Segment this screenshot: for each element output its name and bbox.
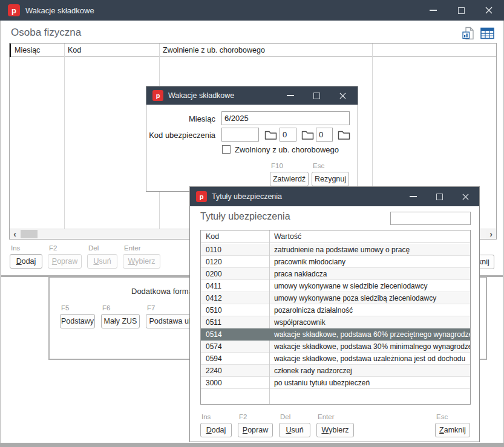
maximize-icon [436,194,443,200]
edit-dialog-titlebar: p Wakacje składkowe [146,86,358,105]
row-code: 0594 [201,354,269,363]
row-code: 0200 [201,270,269,278]
row-value: wakacje składkowe, podstawa 60% przecięt… [269,330,470,339]
edit-dialog-action-bar: F10ZatwierdźEscRezygnuj [270,162,349,186]
dodaj-button[interactable]: Dodaj [200,423,232,437]
zamknij-button[interactable]: Zamknij [435,423,470,437]
action-group: F2Popraw [48,244,82,269]
report-icon [462,27,475,40]
action-group: F10Zatwierdź [270,162,309,186]
table-header-row [201,230,470,243]
shortcut-key-label: Esc [312,162,349,170]
app-logo-icon: p [8,4,20,16]
report-button[interactable] [460,26,476,41]
shortcut-key-label: F6 [101,304,140,312]
close-icon [339,93,346,99]
scrollbar-thumb[interactable] [21,230,38,238]
shortcut-key-label: Enter [316,413,354,421]
table-row-selected[interactable]: 0514wakacje składkowe, podstawa 60% prze… [201,328,470,341]
month-field-label: Miesiąc [146,114,215,123]
row-value: członek rady nadzorczej [269,367,470,375]
row-code: 0514 [201,330,269,339]
scroll-left-arrow-icon[interactable]: ‹ [10,229,20,239]
table-row[interactable]: 3000po ustaniu tytułu ubezpieczeń [201,377,470,389]
window-title: Wakacje składkowe [25,6,94,15]
close-button[interactable] [459,190,472,203]
popraw-button[interactable]: Popraw [238,423,273,437]
action-group: EscRezygnuj [312,162,349,186]
wybierz-button[interactable]: Wybierz [316,423,354,437]
shortcut-key-label: Ins [200,413,232,421]
minimize-button[interactable] [284,89,297,102]
zatwierdź-button[interactable]: Zatwierdź [270,172,309,186]
rezygnuj-button[interactable]: Rezygnuj [312,172,349,186]
table-row[interactable]: 0110zatrudnienie na podstawie umowy o pr… [201,244,470,256]
scroll-right-arrow-icon[interactable]: › [486,229,496,239]
maximize-icon [313,93,320,99]
close-button[interactable] [482,4,496,17]
insurance-titles-dialog: p Tytuły ubezpieczenia Tytuły ubezpiecze… [189,186,480,442]
month-input[interactable] [221,111,350,125]
shortcut-key-label: Enter [123,244,160,252]
action-group: EnterWybierz [316,413,354,437]
action-group: DelUsuń [87,244,117,269]
folder-icon [301,129,314,140]
titles-dialog-action-bar: InsDodajF2PoprawDelUsuńEnterWybierzEscZa… [200,413,470,437]
checkbox-label: Zwolniony z ub. chorobowego [235,145,339,154]
table-row[interactable]: 2240członek rady nadzorczej [201,365,470,377]
maximize-button[interactable] [310,89,323,102]
code-lookup-button[interactable] [264,128,278,142]
close-button[interactable] [336,89,349,102]
minimize-icon [287,95,294,96]
sick-leave-exempt-checkbox[interactable] [222,145,231,154]
table-row[interactable]: 0574wakacje składkowe, podstawa 30% mini… [201,341,470,353]
wybierz-button[interactable]: Wybierz [123,254,160,269]
action-group: F2Popraw [238,413,273,437]
usuń-button[interactable]: Usuń [279,423,310,437]
row-value: umowy wykonywane poza siedzibą zleceniod… [269,294,470,302]
column-header-miesiac: Miesiąc [15,44,40,57]
shortcut-key-label: Del [279,413,310,421]
background-action-bar: F5PodstawyF6Mały ZUSF7Podstawa ub.zd [60,304,206,328]
row-code: 0120 [201,258,269,266]
usuń-button[interactable]: Usuń [87,254,117,269]
page-title: Osoba fizyczna [11,27,81,39]
table-row[interactable]: 0200praca nakładcza [201,268,470,280]
shortcut-key-label: F5 [60,304,95,312]
table-row[interactable]: 0510pozarolnicza działalność [201,304,470,316]
action-group: InsDodaj [10,244,42,269]
maximize-button[interactable] [433,190,446,203]
table-row[interactable]: 0412umowy wykonywane poza siedzibą zlece… [201,292,470,304]
code-sub2-input[interactable] [316,128,333,142]
row-code: 0510 [201,306,269,315]
action-group: F6Mały ZUS [101,304,140,328]
popraw-button[interactable]: Popraw [48,254,82,269]
maximize-icon [458,7,465,14]
main-titlebar: p Wakacje składkowe [0,0,504,21]
mały-zus-button[interactable]: Mały ZUS [101,314,140,328]
minimize-button[interactable] [427,4,440,17]
search-input[interactable] [390,212,471,225]
code-lookup-button[interactable] [301,128,315,142]
grid-view-button[interactable] [480,26,496,41]
insurance-code-input[interactable] [221,128,259,142]
row-code: 0110 [201,246,269,254]
minimize-button[interactable] [407,190,420,203]
row-value: po ustaniu tytułu ubezpieczeń [269,379,470,387]
dodaj-button[interactable]: Dodaj [10,254,42,269]
edit-dialog: p Wakacje składkowe Miesiąc Kod ubezpiec… [146,86,358,192]
table-row[interactable]: 0411umowy wykonywane w siedzibie zleceni… [201,280,470,292]
table-row[interactable]: 0511współpracownik [201,316,470,328]
shortcut-key-label: Esc [435,413,470,421]
row-code: 0412 [201,294,269,302]
row-value: wakacje składkowe, podstawa 30% minimaln… [269,342,470,351]
column-divider [64,44,65,229]
podstawy-button[interactable]: Podstawy [60,314,95,328]
row-value: praca nakładcza [269,270,470,278]
code-lookup-button[interactable] [337,128,351,142]
table-row[interactable]: 0594wakacje składkowe, podstawa uzależni… [201,353,470,365]
action-group: EnterWybierz [123,244,160,269]
table-row[interactable]: 0120pracownik młodociany [201,256,470,268]
code-sub1-input[interactable] [280,128,296,142]
maximize-button[interactable] [454,4,468,17]
